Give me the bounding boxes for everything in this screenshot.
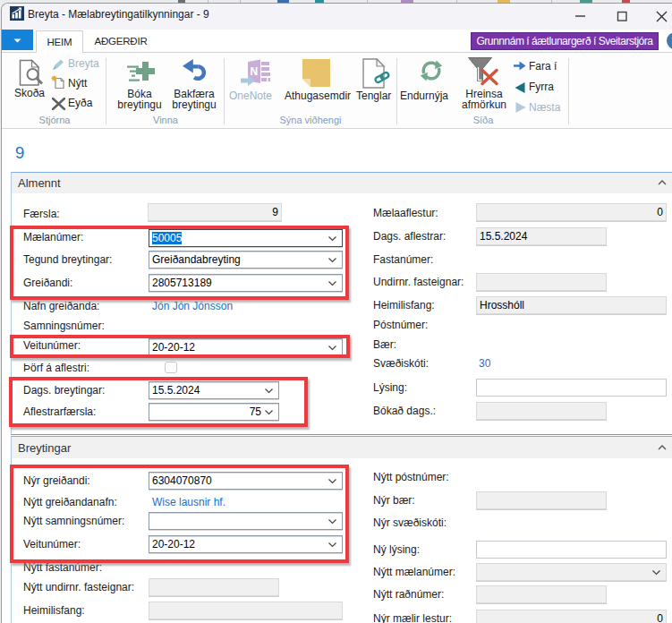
svg-text:N: N (251, 65, 259, 78)
